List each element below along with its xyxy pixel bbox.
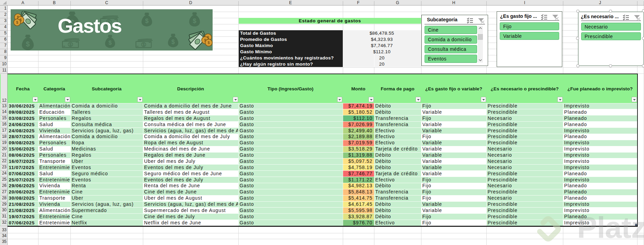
svg-text:$: $ <box>109 40 112 46</box>
svg-text:$: $ <box>208 41 210 45</box>
svg-text:$: $ <box>171 38 175 45</box>
svg-text:$: $ <box>143 42 145 47</box>
svg-text:$: $ <box>193 17 196 24</box>
svg-text:$: $ <box>16 21 18 24</box>
svg-text:Platzi: Platzi <box>577 210 644 244</box>
svg-text:$: $ <box>69 42 72 47</box>
svg-text:$: $ <box>26 40 30 48</box>
